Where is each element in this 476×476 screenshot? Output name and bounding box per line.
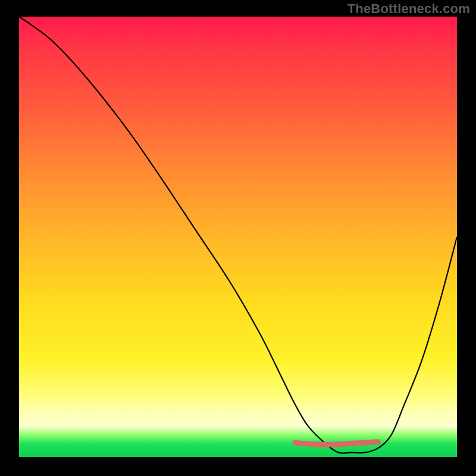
bottleneck-curve-line: [19, 17, 457, 453]
flat-region-highlight: [295, 442, 378, 445]
curve-svg: [19, 17, 457, 457]
chart-stage: TheBottleneck.com: [0, 0, 476, 476]
plot-area: [19, 17, 457, 457]
watermark-text: TheBottleneck.com: [347, 1, 470, 17]
